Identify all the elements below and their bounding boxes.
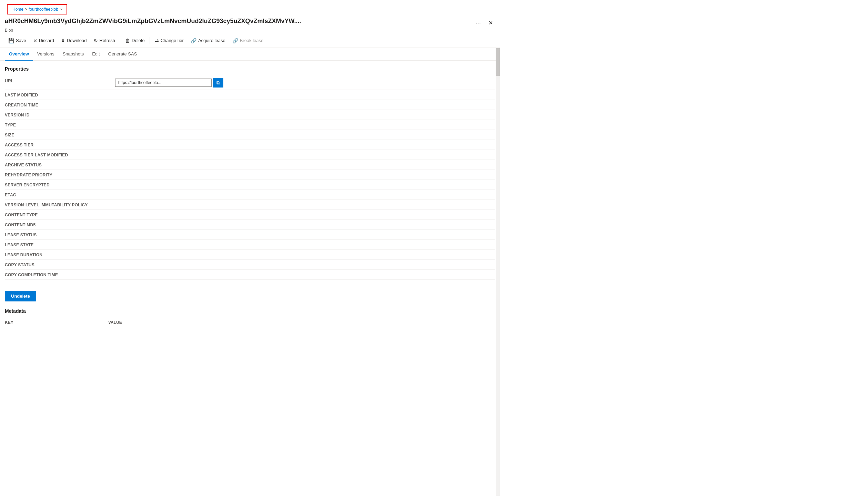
prop-label-lease-status: LEASE STATUS	[5, 232, 115, 237]
metadata-value-header: Value	[108, 320, 495, 325]
metadata-section-title: Metadata	[5, 308, 495, 314]
break-lease-icon: 🔗	[232, 38, 238, 43]
refresh-icon: ↻	[94, 38, 98, 43]
delete-icon: 🗑	[125, 38, 130, 43]
refresh-button[interactable]: ↻ Refresh	[90, 36, 119, 45]
prop-row-server-encrypted: SERVER ENCRYPTED	[5, 180, 495, 190]
breadcrumb: Home > fourthcoffeeblob >	[7, 4, 67, 14]
prop-label-type: TYPE	[5, 122, 115, 127]
properties-section-title: Properties	[5, 66, 495, 72]
prop-label-content-md5: CONTENT-MD5	[5, 222, 115, 227]
download-icon: ⬇	[61, 38, 65, 43]
prop-row-version-level-immutability: VERSION-LEVEL IMMUTABILITY POLICY	[5, 200, 495, 210]
download-label: Download	[67, 38, 87, 43]
prop-label-version-id: VERSION ID	[5, 112, 115, 117]
prop-row-archive-status: ARCHIVE STATUS	[5, 160, 495, 170]
prop-row-lease-duration: LEASE DURATION	[5, 250, 495, 260]
prop-label-last-modified: LAST MODIFIED	[5, 92, 115, 97]
prop-row-creation-time: CREATION TIME	[5, 100, 495, 110]
break-lease-button[interactable]: 🔗 Break lease	[229, 36, 267, 45]
prop-row-lease-state: LEASE STATE	[5, 240, 495, 250]
prop-row-access-tier-last-modified: ACCESS TIER LAST MODIFIED	[5, 150, 495, 160]
prop-value-url: ⧉	[115, 78, 495, 88]
prop-row-access-tier: ACCESS TIER	[5, 140, 495, 150]
properties-list: URL ⧉ LAST MODIFIED CREATION TIME	[5, 76, 495, 280]
prop-row-copy-status: COPY STATUS	[5, 260, 495, 270]
tab-versions[interactable]: Versions	[33, 48, 59, 61]
prop-row-size: SIZE	[5, 130, 495, 140]
prop-label-copy-status: COPY STATUS	[5, 262, 115, 267]
discard-icon: ✕	[33, 38, 37, 43]
tab-overview[interactable]: Overview	[5, 48, 33, 61]
prop-label-size: SIZE	[5, 132, 115, 137]
prop-label-etag: ETAG	[5, 192, 115, 197]
prop-label-lease-state: LEASE STATE	[5, 242, 115, 247]
prop-label-copy-completion-time: COPY COMPLETION TIME	[5, 272, 115, 277]
title-subtitle: Blob	[0, 28, 500, 35]
undelete-button[interactable]: Undelete	[5, 291, 36, 301]
prop-label-rehydrate-priority: REHYDRATE PRIORITY	[5, 172, 115, 177]
prop-row-copy-completion-time: COPY COMPLETION TIME	[5, 270, 495, 280]
prop-label-server-encrypted: SERVER ENCRYPTED	[5, 182, 115, 187]
prop-label-version-level-immutability: VERSION-LEVEL IMMUTABILITY POLICY	[5, 202, 115, 207]
toolbar-separator-1	[120, 37, 120, 44]
prop-row-lease-status: LEASE STATUS	[5, 230, 495, 240]
tabs-bar: Overview Versions Snapshots Edit Generat…	[0, 48, 500, 61]
title-ellipsis-button[interactable]: ···	[474, 19, 483, 27]
prop-row-last-modified: LAST MODIFIED	[5, 90, 495, 100]
prop-row-content-md5: CONTENT-MD5	[5, 220, 495, 230]
save-button[interactable]: 💾 Save	[5, 36, 30, 45]
prop-label-archive-status: ARCHIVE STATUS	[5, 162, 115, 167]
breadcrumb-sep: >	[25, 7, 27, 12]
undelete-section: Undelete	[5, 285, 495, 301]
prop-row-url: URL ⧉	[5, 76, 495, 90]
break-lease-label: Break lease	[240, 38, 264, 43]
tab-edit[interactable]: Edit	[88, 48, 104, 61]
close-button[interactable]: ✕	[486, 19, 495, 27]
prop-row-version-id: VERSION ID	[5, 110, 495, 120]
save-label: Save	[16, 38, 26, 43]
prop-label-access-tier: ACCESS TIER	[5, 142, 115, 147]
scrollbar-thumb[interactable]	[496, 48, 500, 76]
copy-url-button[interactable]: ⧉	[213, 78, 223, 88]
delete-label: Delete	[132, 38, 145, 43]
breadcrumb-home[interactable]: Home	[12, 7, 23, 12]
title-bar: aHR0cHM6Ly9mb3VydGhjb2ZmZWVibG9iLmZpbGVz…	[0, 17, 500, 27]
scrollbar-track	[496, 48, 500, 496]
breadcrumb-arrow: >	[60, 7, 62, 11]
refresh-label: Refresh	[100, 38, 115, 43]
copy-icon: ⧉	[216, 80, 220, 86]
prop-row-content-type: CONTENT-TYPE	[5, 210, 495, 220]
tab-generate-sas[interactable]: Generate SAS	[104, 48, 141, 61]
toolbar-separator-2	[150, 37, 150, 44]
breadcrumb-current[interactable]: fourthcoffeeblob	[29, 7, 58, 12]
discard-button[interactable]: ✕ Discard	[30, 36, 58, 45]
prop-row-rehydrate-priority: REHYDRATE PRIORITY	[5, 170, 495, 180]
metadata-section: Metadata Key Value	[5, 308, 495, 327]
save-icon: 💾	[8, 38, 14, 43]
main-content: Properties URL ⧉ LAST MODIFIED	[0, 61, 500, 496]
delete-button[interactable]: 🗑 Delete	[122, 36, 148, 45]
title-actions: ··· ✕	[474, 17, 495, 27]
acquire-lease-button[interactable]: 🔗 Acquire lease	[187, 36, 229, 45]
change-tier-icon: ⇄	[155, 38, 159, 43]
discard-label: Discard	[39, 38, 54, 43]
change-tier-label: Change tier	[161, 38, 184, 43]
page-wrapper: Home > fourthcoffeeblob > aHR0cHM6Ly9mb3…	[0, 0, 500, 496]
acquire-lease-icon: 🔗	[191, 38, 196, 43]
acquire-lease-label: Acquire lease	[198, 38, 225, 43]
prop-row-etag: ETAG	[5, 190, 495, 200]
url-field: ⧉	[115, 78, 495, 88]
prop-label-creation-time: CREATION TIME	[5, 102, 115, 107]
metadata-key-header: Key	[5, 320, 108, 325]
url-input[interactable]	[115, 79, 212, 87]
tab-snapshots[interactable]: Snapshots	[59, 48, 88, 61]
change-tier-button[interactable]: ⇄ Change tier	[151, 36, 187, 45]
prop-label-content-type: CONTENT-TYPE	[5, 212, 115, 217]
toolbar: 💾 Save ✕ Discard ⬇ Download ↻ Refresh 🗑 …	[0, 35, 500, 48]
prop-label-lease-duration: LEASE DURATION	[5, 252, 115, 257]
prop-row-type: TYPE	[5, 120, 495, 130]
metadata-header-row: Key Value	[5, 318, 495, 327]
download-button[interactable]: ⬇ Download	[58, 36, 90, 45]
page-title: aHR0cHM6Ly9mb3VydGhjb2ZmZWVibG9iLmZpbGVz…	[5, 17, 470, 25]
